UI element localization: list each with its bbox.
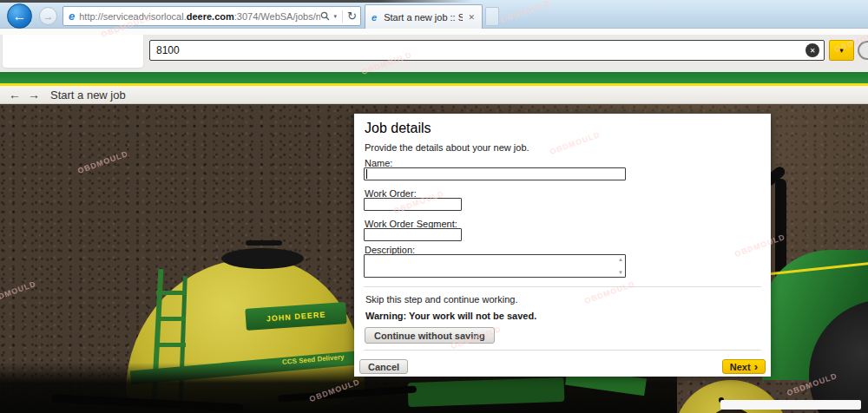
- brand-text: JOHN DEERE: [266, 310, 326, 323]
- divider: [364, 286, 761, 287]
- skip-text: Skip this step and continue working.: [365, 294, 518, 305]
- next-label: Next: [730, 362, 751, 372]
- browser-forward-button[interactable]: →: [39, 7, 57, 25]
- warning-text: Warning: Your work will not be saved.: [365, 311, 536, 321]
- dialog-title: Job details: [365, 121, 431, 136]
- dialog-subtitle: Provide the details about your new job.: [365, 142, 529, 153]
- ladder-rung: [156, 343, 186, 347]
- clear-search-icon[interactable]: ✕: [806, 43, 819, 57]
- search-dropdown-button[interactable]: ▼: [829, 40, 854, 61]
- equipment-search-input[interactable]: [149, 40, 825, 61]
- address-bar-icons: ▼ ↻: [320, 10, 357, 23]
- browser-tab[interactable]: e Start a new job :: Service A... ✕: [365, 4, 483, 29]
- back-arrow-icon: ←: [13, 9, 27, 24]
- scroll-down-icon[interactable]: ▼: [618, 270, 623, 275]
- tab-title: Start a new job :: Service A...: [384, 12, 463, 23]
- search-dropdown-icon[interactable]: ▼: [332, 14, 338, 19]
- next-button[interactable]: Next›: [722, 359, 766, 374]
- continue-without-saving-button[interactable]: Continue without saving: [365, 327, 495, 344]
- browser-back-button[interactable]: ←: [7, 3, 32, 29]
- cancel-button[interactable]: Cancel: [359, 359, 408, 374]
- history-forward-icon[interactable]: →: [28, 88, 40, 102]
- refresh-icon[interactable]: ↻: [347, 10, 357, 23]
- search-icon[interactable]: [320, 11, 330, 21]
- job-details-dialog: Job details Provide the details about yo…: [354, 114, 771, 377]
- ladder-rung: [156, 317, 186, 321]
- divider: [342, 10, 343, 23]
- history-back-icon[interactable]: ←: [9, 88, 21, 102]
- bottom-white-bar: [720, 400, 861, 410]
- browser-toolbar: ← → e http://serviceadvisorlocal.deere.c…: [0, 0, 868, 29]
- tab-close-icon[interactable]: ✕: [465, 12, 477, 23]
- forward-arrow-icon: →: [43, 10, 54, 23]
- chrome-bottom-strip: [0, 29, 868, 35]
- dropdown-caret-icon: ▼: [838, 47, 845, 55]
- window-top-edge: [0, 0, 473, 3]
- clear-glyph: ✕: [810, 47, 816, 55]
- tank-cap-handle: [246, 240, 282, 246]
- url-text: http://serviceadvisorlocal.deere.com:307…: [79, 11, 320, 22]
- brand-green-bar: [0, 72, 868, 83]
- address-bar[interactable]: e http://serviceadvisorlocal.deere.com:3…: [62, 6, 361, 26]
- work-order-field[interactable]: [364, 198, 462, 211]
- app-logo-area: [3, 35, 143, 68]
- divider: [364, 350, 761, 351]
- tank-cap: [221, 248, 304, 269]
- page-title: Start a new job: [50, 88, 126, 102]
- text-caret: [366, 169, 367, 179]
- description-field[interactable]: ▲ ▼: [364, 254, 626, 278]
- new-tab-button[interactable]: [485, 7, 499, 26]
- tab-favicon-icon: e: [372, 12, 377, 23]
- work-order-segment-field[interactable]: [364, 228, 462, 241]
- name-field[interactable]: [364, 167, 626, 180]
- scroll-up-icon[interactable]: ▲: [618, 257, 623, 262]
- page-header: [0, 86, 868, 104]
- ladder-rung: [156, 291, 186, 295]
- ie-favicon-icon: e: [69, 10, 75, 23]
- next-chevron-icon: ›: [754, 362, 758, 371]
